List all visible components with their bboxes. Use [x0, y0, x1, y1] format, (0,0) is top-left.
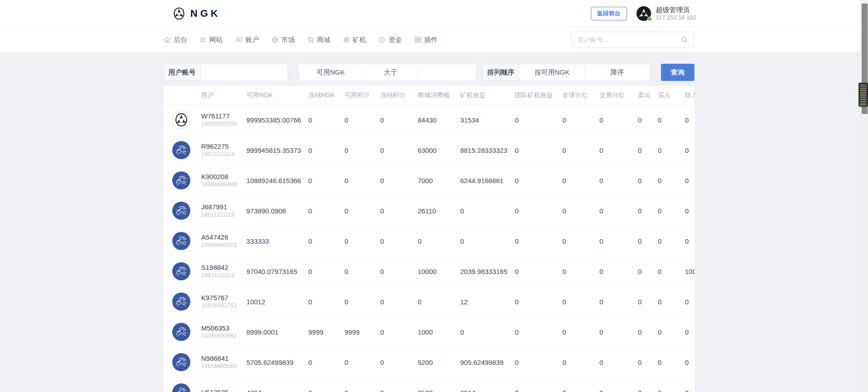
- cell-value: 0: [685, 177, 695, 184]
- username: K975767: [201, 293, 246, 302]
- cell-value: 0: [599, 146, 638, 154]
- nav-item-矿机[interactable]: 矿机: [343, 36, 366, 44]
- username: U512505: [201, 388, 246, 392]
- nav-item-label: 矿机: [353, 36, 366, 44]
- filter-bar: 用户账号 可用NGK 大于 排列顺序 按可用NGK 降序 查询: [0, 64, 868, 81]
- nav-search-box[interactable]: [571, 32, 694, 48]
- account-filter-input[interactable]: [201, 64, 288, 80]
- cell-value: 0: [460, 237, 515, 245]
- nav-item-市场[interactable]: 市场: [271, 36, 295, 44]
- cell-value: 0: [344, 146, 380, 154]
- admin-name: 超级管理员: [656, 6, 696, 14]
- minimap-tick: [860, 95, 867, 96]
- cell-value: 0: [599, 389, 638, 392]
- cell-value: 0: [658, 298, 685, 306]
- sort-label: 排列顺序: [483, 64, 519, 80]
- username: J687991: [201, 203, 246, 212]
- minimap-tick: [860, 101, 867, 102]
- cell-value: 0: [308, 116, 344, 124]
- cell-value: 0: [599, 268, 638, 275]
- condition-value-input[interactable]: [419, 64, 476, 80]
- table-row[interactable]: K9002081886666888810889246.6153660007000…: [163, 165, 695, 196]
- cell-value: 0: [515, 237, 562, 245]
- cell-value: 5200: [418, 359, 460, 366]
- admin-account[interactable]: 超级管理员 117.152.16.182: [636, 6, 696, 22]
- chip-icon: [343, 36, 350, 43]
- cell-value: 0: [308, 146, 344, 154]
- table-row[interactable]: S1988421881111111297040.0797316500010000…: [163, 256, 695, 287]
- column-header-用户: 用户: [201, 91, 246, 99]
- cell-value: 0: [380, 177, 418, 184]
- cell-value: 0: [380, 268, 418, 275]
- cell-value: 0: [658, 237, 685, 245]
- table-row[interactable]: J68799118811111115973890.090800026110000…: [163, 196, 695, 226]
- beast-avatar: [172, 232, 190, 250]
- table-row[interactable]: U512505439400025203914000000: [163, 378, 695, 392]
- cell-value: 0: [380, 116, 418, 124]
- table-row[interactable]: N986641186566655655705.62499839000520090…: [163, 347, 695, 378]
- cell-value: 0: [344, 116, 380, 124]
- cell-value: 6244.9166661: [460, 177, 515, 184]
- operator-select[interactable]: 大于: [363, 64, 419, 80]
- cell-value: 10889246.615366: [246, 177, 308, 184]
- cell-value: 0: [515, 298, 562, 306]
- cell-value: 0: [658, 116, 685, 124]
- table-row[interactable]: W76117718500005555999953385.007660008443…: [163, 105, 695, 135]
- nav-item-资金[interactable]: 资金: [378, 36, 402, 44]
- user-table-card: 用户可用NGK冻结NGK可用积分冻结积分商城消费额矿机收益团队矿机收益全球分红交…: [163, 86, 695, 392]
- table-row[interactable]: R96227518811111114999945815.353730006300…: [163, 135, 695, 165]
- nav-item-商城[interactable]: 商城: [307, 36, 330, 44]
- cell-value: 0: [685, 359, 695, 366]
- cell-value: 0: [599, 237, 638, 245]
- user-phone: 18500005555: [201, 120, 246, 128]
- cell-value: 4394: [246, 389, 308, 392]
- query-button[interactable]: 查询: [661, 64, 694, 81]
- page-scrollbar[interactable]: [860, 0, 868, 392]
- column-header-团队矿机收益: 团队矿机收益: [515, 91, 562, 99]
- cell-value: 0: [380, 298, 418, 306]
- cell-value: 84430: [418, 116, 460, 124]
- cell-value: 905.62499839: [460, 359, 515, 366]
- cell-value: 0: [685, 237, 695, 245]
- table-row[interactable]: M506353133508926628999.00019999999901000…: [163, 317, 695, 347]
- cell-value: 0: [638, 207, 658, 215]
- cell-value: 0: [658, 389, 685, 392]
- table-row[interactable]: A5474261556666000133333300000000000: [163, 226, 695, 256]
- user-phone: 15916942751: [201, 302, 246, 310]
- cell-value: 0: [562, 328, 599, 336]
- cell-value: 0: [638, 298, 658, 306]
- sort-field-select[interactable]: 按可用NGK: [519, 64, 585, 80]
- cell-value: 0: [308, 268, 344, 275]
- username: K900208: [201, 172, 246, 181]
- search-input[interactable]: [577, 36, 681, 43]
- field-select[interactable]: 可用NGK: [299, 64, 363, 80]
- sort-order-select[interactable]: 降序: [585, 64, 650, 80]
- scroll-minimap-overlay: [859, 83, 868, 107]
- cell-value: 0: [418, 298, 460, 306]
- cell-value: 0: [599, 116, 638, 124]
- table-header-row: 用户可用NGK冻结NGK可用积分冻结积分商城消费额矿机收益团队矿机收益全球分红交…: [163, 86, 695, 105]
- user-phone: 18656665565: [201, 363, 246, 370]
- username: R962275: [201, 142, 246, 151]
- cell-value: 0: [308, 177, 344, 184]
- nav-item-插件[interactable]: 插件: [414, 36, 438, 44]
- cell-value: 2039.98333165: [460, 268, 515, 275]
- cart-icon: [307, 36, 314, 43]
- cell-value: 0: [685, 328, 695, 336]
- nav-item-账户[interactable]: 账户: [235, 36, 259, 44]
- back-to-front-button[interactable]: 返回前台: [591, 7, 627, 20]
- table-row[interactable]: K9757671591694275110012000012000000: [163, 287, 695, 317]
- cell-value: 0: [380, 359, 418, 366]
- cell-value: 1000: [418, 328, 460, 336]
- nav-item-label: 插件: [424, 36, 438, 44]
- username: M506353: [201, 324, 246, 333]
- column-header-可用NGK: 可用NGK: [246, 91, 308, 99]
- nav-item-后台[interactable]: 后台: [164, 36, 187, 44]
- minimap-tick: [860, 88, 867, 89]
- search-icon[interactable]: [681, 36, 688, 43]
- cell-value: 0: [344, 207, 380, 215]
- nav-item-网站[interactable]: 网站: [199, 36, 223, 44]
- cell-value: 0: [638, 389, 658, 392]
- cell-value: 0: [308, 298, 344, 306]
- user-phone: 18811111112: [201, 272, 246, 279]
